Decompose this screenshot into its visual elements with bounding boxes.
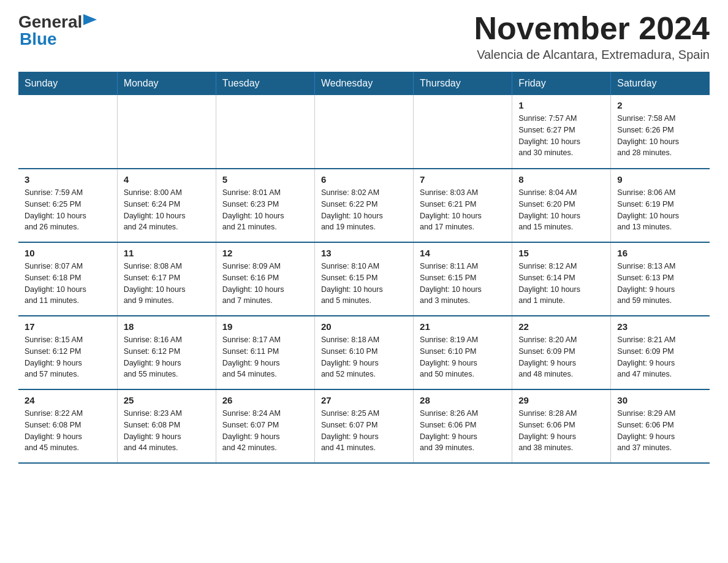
calendar-cell [18, 95, 117, 169]
header-thursday: Thursday [414, 72, 512, 95]
calendar-cell: 22Sunrise: 8:20 AM Sunset: 6:09 PM Dayli… [512, 316, 611, 389]
calendar-cell: 20Sunrise: 8:18 AM Sunset: 6:10 PM Dayli… [314, 316, 413, 389]
day-info: Sunrise: 8:26 AM Sunset: 6:06 PM Dayligh… [420, 408, 506, 454]
calendar-cell: 9Sunrise: 8:06 AM Sunset: 6:19 PM Daylig… [611, 169, 710, 242]
day-number: 13 [321, 248, 407, 258]
day-info: Sunrise: 8:11 AM Sunset: 6:15 PM Dayligh… [420, 261, 506, 307]
day-info: Sunrise: 8:18 AM Sunset: 6:10 PM Dayligh… [321, 334, 407, 380]
calendar-cell: 29Sunrise: 8:28 AM Sunset: 6:06 PM Dayli… [512, 389, 611, 463]
day-number: 4 [124, 174, 210, 185]
month-title: November 2024 [474, 12, 710, 44]
calendar-cell: 10Sunrise: 8:07 AM Sunset: 6:18 PM Dayli… [18, 242, 117, 316]
day-info: Sunrise: 7:58 AM Sunset: 6:26 PM Dayligh… [617, 113, 703, 159]
calendar-cell: 3Sunrise: 7:59 AM Sunset: 6:25 PM Daylig… [18, 169, 117, 242]
calendar-week-row: 10Sunrise: 8:07 AM Sunset: 6:18 PM Dayli… [18, 242, 710, 316]
calendar-cell: 23Sunrise: 8:21 AM Sunset: 6:09 PM Dayli… [611, 316, 710, 389]
calendar-cell: 7Sunrise: 8:03 AM Sunset: 6:21 PM Daylig… [414, 169, 512, 242]
calendar-cell [117, 95, 216, 169]
calendar-cell: 24Sunrise: 8:22 AM Sunset: 6:08 PM Dayli… [18, 389, 117, 463]
day-info: Sunrise: 8:00 AM Sunset: 6:24 PM Dayligh… [124, 187, 210, 233]
calendar-cell: 15Sunrise: 8:12 AM Sunset: 6:14 PM Dayli… [512, 242, 611, 316]
day-info: Sunrise: 8:20 AM Sunset: 6:09 PM Dayligh… [518, 334, 604, 380]
calendar-cell: 26Sunrise: 8:24 AM Sunset: 6:07 PM Dayli… [216, 389, 314, 463]
header-sunday: Sunday [18, 72, 117, 95]
calendar-cell: 14Sunrise: 8:11 AM Sunset: 6:15 PM Dayli… [414, 242, 512, 316]
logo-arrow-icon [83, 14, 97, 25]
header-monday: Monday [117, 72, 216, 95]
day-info: Sunrise: 7:59 AM Sunset: 6:25 PM Dayligh… [25, 187, 111, 233]
day-number: 6 [321, 174, 407, 185]
day-number: 8 [518, 174, 604, 185]
calendar-cell: 21Sunrise: 8:19 AM Sunset: 6:10 PM Dayli… [414, 316, 512, 389]
day-number: 27 [321, 395, 407, 405]
title-section: November 2024 Valencia de Alcantara, Ext… [474, 12, 710, 62]
header-saturday: Saturday [611, 72, 710, 95]
day-info: Sunrise: 8:17 AM Sunset: 6:11 PM Dayligh… [222, 334, 308, 380]
day-number: 10 [25, 248, 111, 258]
calendar-cell: 27Sunrise: 8:25 AM Sunset: 6:07 PM Dayli… [314, 389, 413, 463]
calendar-cell: 30Sunrise: 8:29 AM Sunset: 6:06 PM Dayli… [611, 389, 710, 463]
day-number: 29 [518, 395, 604, 405]
day-number: 5 [222, 174, 308, 185]
header-wednesday: Wednesday [314, 72, 413, 95]
calendar-week-row: 1Sunrise: 7:57 AM Sunset: 6:27 PM Daylig… [18, 95, 710, 169]
day-number: 2 [617, 100, 703, 110]
calendar-cell: 13Sunrise: 8:10 AM Sunset: 6:15 PM Dayli… [314, 242, 413, 316]
day-number: 24 [25, 395, 111, 405]
day-info: Sunrise: 8:07 AM Sunset: 6:18 PM Dayligh… [25, 261, 111, 307]
day-number: 1 [518, 100, 604, 110]
day-number: 23 [617, 321, 703, 332]
day-info: Sunrise: 7:57 AM Sunset: 6:27 PM Dayligh… [518, 113, 604, 159]
calendar-cell [414, 95, 512, 169]
day-info: Sunrise: 8:15 AM Sunset: 6:12 PM Dayligh… [25, 334, 111, 380]
calendar-cell: 12Sunrise: 8:09 AM Sunset: 6:16 PM Dayli… [216, 242, 314, 316]
day-number: 9 [617, 174, 703, 185]
day-info: Sunrise: 8:12 AM Sunset: 6:14 PM Dayligh… [518, 261, 604, 307]
day-info: Sunrise: 8:19 AM Sunset: 6:10 PM Dayligh… [420, 334, 506, 380]
day-info: Sunrise: 8:03 AM Sunset: 6:21 PM Dayligh… [420, 187, 506, 233]
day-number: 14 [420, 248, 506, 258]
day-info: Sunrise: 8:10 AM Sunset: 6:15 PM Dayligh… [321, 261, 407, 307]
header-friday: Friday [512, 72, 611, 95]
day-info: Sunrise: 8:28 AM Sunset: 6:06 PM Dayligh… [518, 408, 604, 454]
calendar-cell: 19Sunrise: 8:17 AM Sunset: 6:11 PM Dayli… [216, 316, 314, 389]
calendar-cell: 28Sunrise: 8:26 AM Sunset: 6:06 PM Dayli… [414, 389, 512, 463]
day-number: 12 [222, 248, 308, 258]
header-tuesday: Tuesday [216, 72, 314, 95]
day-number: 15 [518, 248, 604, 258]
page-header: General Blue November 2024 Valencia de A… [18, 12, 710, 62]
day-number: 18 [124, 321, 210, 332]
day-number: 22 [518, 321, 604, 332]
calendar-week-row: 3Sunrise: 7:59 AM Sunset: 6:25 PM Daylig… [18, 169, 710, 242]
calendar-cell: 6Sunrise: 8:02 AM Sunset: 6:22 PM Daylig… [314, 169, 413, 242]
calendar-cell: 25Sunrise: 8:23 AM Sunset: 6:08 PM Dayli… [117, 389, 216, 463]
calendar-cell: 8Sunrise: 8:04 AM Sunset: 6:20 PM Daylig… [512, 169, 611, 242]
calendar-week-row: 24Sunrise: 8:22 AM Sunset: 6:08 PM Dayli… [18, 389, 710, 463]
calendar-header-row: SundayMondayTuesdayWednesdayThursdayFrid… [18, 72, 710, 95]
day-number: 16 [617, 248, 703, 258]
calendar-cell: 16Sunrise: 8:13 AM Sunset: 6:13 PM Dayli… [611, 242, 710, 316]
day-info: Sunrise: 8:25 AM Sunset: 6:07 PM Dayligh… [321, 408, 407, 454]
day-info: Sunrise: 8:22 AM Sunset: 6:08 PM Dayligh… [25, 408, 111, 454]
day-number: 7 [420, 174, 506, 185]
day-info: Sunrise: 8:02 AM Sunset: 6:22 PM Dayligh… [321, 187, 407, 233]
calendar-cell: 2Sunrise: 7:58 AM Sunset: 6:26 PM Daylig… [611, 95, 710, 169]
day-info: Sunrise: 8:04 AM Sunset: 6:20 PM Dayligh… [518, 187, 604, 233]
day-info: Sunrise: 8:09 AM Sunset: 6:16 PM Dayligh… [222, 261, 308, 307]
day-info: Sunrise: 8:23 AM Sunset: 6:08 PM Dayligh… [124, 408, 210, 454]
day-number: 3 [25, 174, 111, 185]
calendar-table: SundayMondayTuesdayWednesdayThursdayFrid… [18, 72, 710, 464]
day-number: 25 [124, 395, 210, 405]
calendar-cell: 5Sunrise: 8:01 AM Sunset: 6:23 PM Daylig… [216, 169, 314, 242]
calendar-cell: 18Sunrise: 8:16 AM Sunset: 6:12 PM Dayli… [117, 316, 216, 389]
svg-marker-0 [83, 14, 97, 25]
day-number: 17 [25, 321, 111, 332]
day-info: Sunrise: 8:21 AM Sunset: 6:09 PM Dayligh… [617, 334, 703, 380]
calendar-cell: 4Sunrise: 8:00 AM Sunset: 6:24 PM Daylig… [117, 169, 216, 242]
calendar-cell: 17Sunrise: 8:15 AM Sunset: 6:12 PM Dayli… [18, 316, 117, 389]
calendar-cell: 11Sunrise: 8:08 AM Sunset: 6:17 PM Dayli… [117, 242, 216, 316]
calendar-week-row: 17Sunrise: 8:15 AM Sunset: 6:12 PM Dayli… [18, 316, 710, 389]
day-info: Sunrise: 8:08 AM Sunset: 6:17 PM Dayligh… [124, 261, 210, 307]
day-number: 21 [420, 321, 506, 332]
location: Valencia de Alcantara, Extremadura, Spai… [474, 48, 710, 62]
